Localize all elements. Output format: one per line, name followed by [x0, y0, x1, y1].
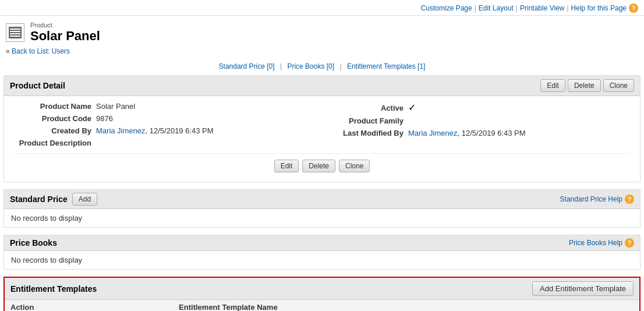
help-link[interactable]: Help for this Page	[571, 4, 627, 12]
product-icon	[6, 23, 24, 42]
price-books-help-link[interactable]: Price Books Help	[569, 239, 622, 247]
active-label: Active	[328, 104, 404, 112]
edit-button[interactable]: Edit	[540, 79, 565, 92]
product-detail-title: Product Detail	[10, 81, 65, 90]
created-by-label: Created By	[16, 126, 91, 135]
clone-button-bottom[interactable]: Clone	[339, 160, 370, 172]
product-name-row: Product Name Solar Panel	[16, 102, 316, 111]
price-books-no-records: No records to display	[11, 256, 82, 264]
product-code-value: 9876	[96, 114, 113, 123]
back-link-container: « Back to List: Users	[0, 46, 644, 60]
entitlement-table-header-row: Action Entitlement Template Name	[5, 300, 639, 311]
price-books-section: Price Books Price Books Help ? No record…	[3, 235, 641, 270]
product-family-row: Product Family	[328, 116, 628, 125]
entitlement-table: Action Entitlement Template Name Remove …	[5, 300, 639, 311]
price-books-body: No records to display	[4, 251, 640, 269]
delete-button[interactable]: Delete	[568, 79, 601, 92]
last-modified-by-date: , 12/5/2019 6:43 PM	[458, 129, 526, 137]
product-detail-grid: Product Name Solar Panel Product Code 98…	[16, 102, 628, 147]
price-books-help-icon[interactable]: ?	[625, 238, 634, 248]
active-value: ✓	[408, 102, 416, 113]
edit-button-bottom[interactable]: Edit	[274, 160, 299, 172]
created-by-date: , 12/5/2019 6:43 PM	[146, 126, 214, 135]
right-fields: Active ✓ Product Family Last Modified By…	[328, 102, 628, 147]
entitlement-templates-section: Entitlement Templates Add Entitlement Te…	[3, 277, 641, 311]
clone-button[interactable]: Clone	[603, 79, 634, 92]
product-detail-buttons-bottom: Edit Delete Clone	[16, 153, 628, 176]
entitlement-templates-title: Entitlement Templates	[10, 284, 97, 294]
entitlement-col-name: Entitlement Template Name	[173, 300, 639, 311]
standard-price-header: Standard Price Add Standard Price Help ?	[4, 190, 640, 209]
standard-price-title: Standard Price	[10, 195, 68, 204]
product-name-label: Product Name	[16, 102, 91, 111]
product-description-row: Product Description	[16, 139, 316, 147]
entitlement-header: Entitlement Templates Add Entitlement Te…	[5, 278, 639, 300]
product-code-label: Product Code	[16, 114, 91, 123]
product-header: Product Solar Panel	[0, 16, 644, 46]
delete-button-bottom[interactable]: Delete	[302, 160, 335, 172]
active-row: Active ✓	[328, 102, 628, 113]
last-modified-by-label: Last Modified By	[328, 129, 404, 137]
anchor-links: Standard Price [0] | Price Books [0] | E…	[0, 60, 644, 75]
help-icon[interactable]: ?	[629, 3, 638, 13]
standard-price-add-button[interactable]: Add	[72, 193, 97, 206]
product-detail-body: Product Name Solar Panel Product Code 98…	[4, 96, 640, 182]
edit-layout-link[interactable]: Edit Layout	[479, 4, 514, 12]
standard-price-no-records: No records to display	[11, 214, 82, 222]
product-name-value: Solar Panel	[96, 102, 135, 111]
price-books-header: Price Books Price Books Help ?	[4, 235, 640, 251]
top-bar: Customize Page | Edit Layout | Printable…	[0, 0, 644, 16]
entitlement-col-action: Action	[5, 300, 173, 311]
created-by-value: Maria Jimenez, 12/5/2019 6:43 PM	[96, 126, 214, 135]
product-description-label: Product Description	[16, 139, 91, 147]
product-code-row: Product Code 9876	[16, 114, 316, 123]
left-fields: Product Name Solar Panel Product Code 98…	[16, 102, 316, 147]
product-detail-actions: Edit Delete Clone	[540, 79, 634, 92]
anchor-entitlement-templates[interactable]: Entitlement Templates [1]	[347, 62, 426, 70]
standard-price-help-icon[interactable]: ?	[625, 195, 634, 204]
standard-price-body: No records to display	[4, 209, 640, 227]
product-detail-header: Product Detail Edit Delete Clone	[4, 76, 640, 96]
standard-price-section: Standard Price Add Standard Price Help ?…	[3, 189, 641, 228]
printable-view-link[interactable]: Printable View	[520, 4, 565, 12]
product-category: Product	[30, 22, 100, 29]
created-by-link[interactable]: Maria Jimenez	[96, 126, 146, 135]
last-modified-by-value: Maria Jimenez, 12/5/2019 6:43 PM	[408, 129, 526, 137]
standard-price-help-link[interactable]: Standard Price Help	[560, 195, 622, 203]
price-books-title: Price Books	[10, 238, 57, 248]
product-family-label: Product Family	[328, 116, 404, 125]
standard-price-help: Standard Price Help ?	[560, 195, 634, 204]
product-name: Solar Panel	[30, 29, 100, 44]
price-books-help: Price Books Help ?	[569, 238, 634, 248]
product-title-block: Product Solar Panel	[30, 22, 100, 44]
anchor-price-books[interactable]: Price Books [0]	[287, 62, 334, 70]
product-detail-section: Product Detail Edit Delete Clone Product…	[3, 75, 641, 182]
barcode-icon	[9, 27, 22, 38]
back-to-list-link[interactable]: Back to List: Users	[12, 47, 70, 55]
last-modified-by-row: Last Modified By Maria Jimenez, 12/5/201…	[328, 129, 628, 137]
add-entitlement-template-button[interactable]: Add Entitlement Template	[532, 281, 634, 296]
last-modified-by-link[interactable]: Maria Jimenez	[408, 129, 458, 137]
anchor-standard-price[interactable]: Standard Price [0]	[219, 62, 275, 70]
customize-page-link[interactable]: Customize Page	[421, 4, 472, 12]
created-by-row: Created By Maria Jimenez, 12/5/2019 6:43…	[16, 126, 316, 135]
